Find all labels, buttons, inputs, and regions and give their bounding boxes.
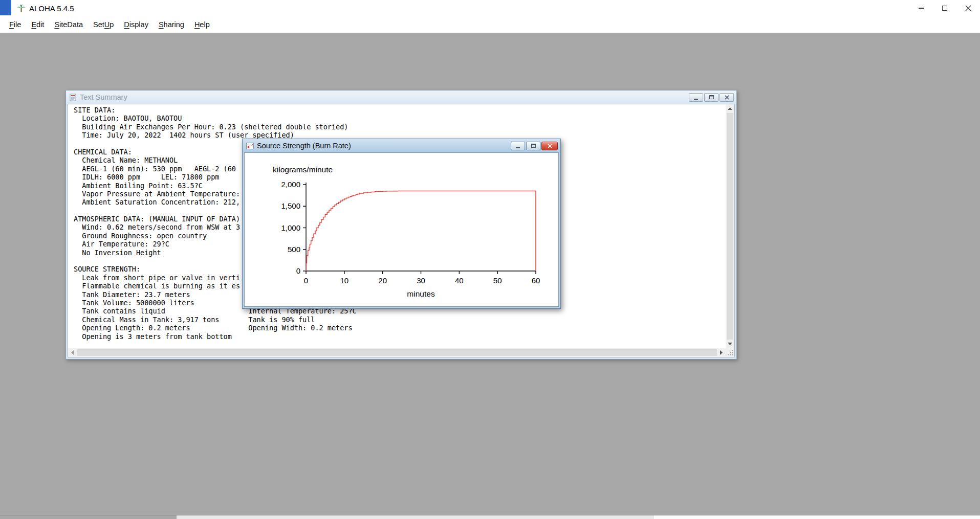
text-summary-minimize-button[interactable] <box>689 93 703 102</box>
scroll-down-icon <box>728 343 732 345</box>
app-close-button[interactable] <box>956 0 980 16</box>
summary-line: Location: BAOTOU, BAOTOU <box>74 114 726 122</box>
svg-text:40: 40 <box>455 276 464 285</box>
burn-rate-chart-icon <box>246 143 254 149</box>
burn-rate-maximize-button[interactable] <box>526 142 540 150</box>
svg-text:0: 0 <box>296 266 300 275</box>
svg-text:kilograms/minute: kilograms/minute <box>273 165 333 174</box>
burn-rate-close-button[interactable] <box>541 142 558 150</box>
text-summary-title: Text Summary <box>80 93 127 101</box>
summary-line: Building Air Exchanges Per Hour: 0.23 (s… <box>74 123 726 131</box>
menu-edit[interactable]: Edit <box>26 18 49 31</box>
svg-text:30: 30 <box>417 276 425 285</box>
summary-line: Chemical Mass in Tank: 3,917 tons Tank i… <box>74 315 726 324</box>
background-bottom-edge <box>0 515 980 519</box>
vertical-scrollbar[interactable] <box>726 104 734 348</box>
burn-rate-titlebar[interactable]: Source Strength (Burn Rate) <box>243 139 560 152</box>
burn-rate-window-controls <box>511 142 558 150</box>
summary-line: Opening is 3 meters from tank bottom <box>74 332 726 341</box>
svg-text:20: 20 <box>378 276 387 285</box>
svg-text:0: 0 <box>304 276 308 285</box>
app-title: ALOHA 5.4.5 <box>29 4 74 13</box>
scroll-up-icon <box>728 107 732 110</box>
svg-text:60: 60 <box>532 276 540 285</box>
summary-line: Opening Length: 0.2 meters Opening Width… <box>74 324 726 332</box>
svg-text:500: 500 <box>288 245 300 254</box>
menubar: FileEditSiteDataSetUpDisplaySharingHelp <box>0 16 980 33</box>
scroll-right-button[interactable] <box>717 348 726 357</box>
burn-rate-title: Source Strength (Burn Rate) <box>257 142 351 150</box>
minimize-icon <box>516 147 520 148</box>
burn-rate-window: Source Strength (Burn Rate) <box>242 139 561 309</box>
mdi-area: Text Summary <box>0 33 980 515</box>
app-window-controls <box>909 0 980 16</box>
background-window-corner <box>0 0 11 15</box>
horizontal-scrollbar[interactable] <box>68 348 726 357</box>
minimize-icon <box>694 99 698 100</box>
scroll-down-button[interactable] <box>726 340 734 348</box>
scroll-left-button[interactable] <box>68 348 77 357</box>
menu-file[interactable]: File <box>4 18 26 31</box>
scroll-up-button[interactable] <box>726 104 734 113</box>
burn-rate-minimize-button[interactable] <box>511 142 525 150</box>
summary-line: SITE DATA: <box>74 106 726 114</box>
svg-text:2,000: 2,000 <box>281 180 300 189</box>
close-icon <box>548 144 552 148</box>
resize-grip-icon <box>727 349 734 357</box>
close-icon <box>725 95 729 100</box>
aloha-app-icon <box>17 4 26 13</box>
menu-sharing[interactable]: Sharing <box>154 18 189 31</box>
menu-help[interactable]: Help <box>189 18 215 31</box>
svg-text:1,500: 1,500 <box>281 201 300 210</box>
burn-rate-chart: 05001,0001,5002,0000102030405060kilogram… <box>245 153 559 307</box>
background-strip-light <box>177 515 654 519</box>
menu-sitedata[interactable]: SiteData <box>49 18 88 31</box>
text-summary-titlebar[interactable]: Text Summary <box>66 91 736 104</box>
svg-text:1,000: 1,000 <box>281 223 300 232</box>
minimize-icon <box>919 8 924 9</box>
text-summary-doc-icon <box>70 94 77 101</box>
maximize-icon <box>531 144 536 148</box>
app-minimize-button[interactable] <box>909 0 933 16</box>
horizontal-scrollbar-thumb[interactable] <box>77 349 717 356</box>
scroll-right-icon <box>720 350 723 355</box>
menu-display[interactable]: Display <box>119 18 154 31</box>
close-icon <box>965 5 971 11</box>
app-maximize-button[interactable] <box>933 0 956 16</box>
screen: ALOHA 5.4.5 FileEditSiteDataSetUpDisplay… <box>0 0 980 519</box>
svg-text:50: 50 <box>493 276 502 285</box>
text-summary-maximize-button[interactable] <box>704 93 718 102</box>
scroll-left-icon <box>71 350 74 355</box>
text-summary-close-button[interactable] <box>720 93 734 102</box>
svg-text:minutes: minutes <box>407 289 435 298</box>
menu-setup[interactable]: SetUp <box>88 18 119 31</box>
maximize-icon <box>942 6 947 11</box>
text-summary-window-controls <box>689 93 734 102</box>
maximize-icon <box>709 95 714 99</box>
app-titlebar: ALOHA 5.4.5 <box>0 0 980 16</box>
background-strip-white <box>654 515 980 519</box>
vertical-scrollbar-thumb[interactable] <box>727 113 733 340</box>
resize-grip[interactable] <box>726 348 734 357</box>
burn-rate-chart-area: 05001,0001,5002,0000102030405060kilogram… <box>244 152 559 307</box>
svg-text:10: 10 <box>340 276 349 285</box>
